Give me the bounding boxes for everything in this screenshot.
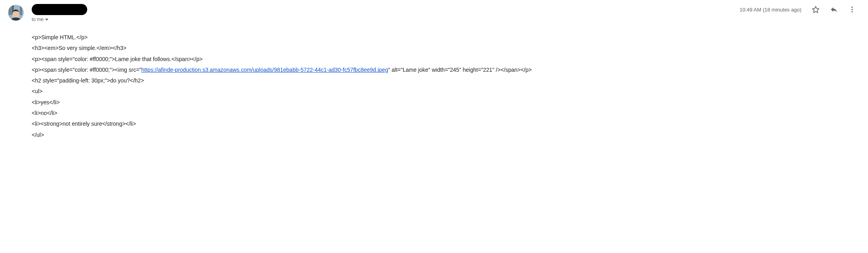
avatar[interactable]: [8, 5, 24, 21]
svg-point-9: [851, 11, 853, 12]
email-body: <p>Simple HTML.</p> <h3><em>So very simp…: [32, 32, 666, 140]
body-line: <p><span style="color: #ff0000;">Lame jo…: [32, 54, 666, 65]
body-line: <p>Simple HTML.</p>: [32, 32, 666, 43]
more-icon[interactable]: [848, 6, 856, 13]
svg-point-8: [851, 9, 853, 10]
body-line: <li>no</li>: [32, 108, 666, 119]
header-main: to me: [32, 4, 740, 22]
body-line: <h3><em>So very simple.</em></h3>: [32, 43, 666, 54]
svg-marker-6: [813, 6, 819, 13]
body-line: <li><strong>not entirely sure</strong></…: [32, 119, 666, 129]
body-line: </ul>: [32, 130, 666, 140]
email-message: to me 10:49 AM (18 minutes ago): [0, 0, 868, 156]
text-fragment: <p><span style="color: #ff0000;"><img sr…: [32, 67, 141, 73]
chevron-down-icon: [45, 19, 48, 21]
body-line: <h2 style="padding-left: 30px;">do you?<…: [32, 75, 666, 86]
timestamp: 10:49 AM (18 minutes ago): [740, 7, 801, 13]
reply-icon[interactable]: [830, 6, 838, 13]
sender-line: [32, 4, 740, 15]
star-icon[interactable]: [812, 6, 820, 13]
to-label: to me: [32, 17, 44, 22]
link-url[interactable]: https://afinde-production.s3.amazonaws.c…: [141, 67, 388, 73]
text-fragment: " alt="Lame joke" width="245" height="22…: [388, 67, 532, 73]
body-line: <p><span style="color: #ff0000;"><img sr…: [32, 65, 666, 75]
svg-point-7: [851, 7, 853, 8]
recipient-toggle[interactable]: to me: [32, 17, 740, 22]
email-header: to me 10:49 AM (18 minutes ago): [8, 4, 860, 22]
svg-rect-4: [20, 6, 22, 15]
header-meta: 10:49 AM (18 minutes ago): [740, 6, 860, 13]
svg-rect-2: [9, 6, 11, 15]
body-line: <ul>: [32, 86, 666, 97]
body-line: <li>yes</li>: [32, 97, 666, 108]
sender-name-redacted: [32, 4, 87, 15]
